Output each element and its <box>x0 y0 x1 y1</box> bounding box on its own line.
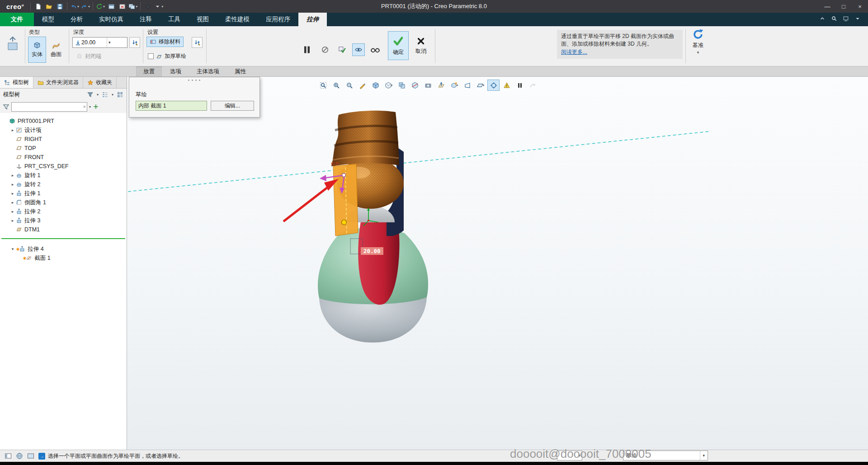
tree-item-right-plane[interactable]: RIGHT <box>0 135 127 144</box>
selection-count-box[interactable]: ▾ <box>557 451 582 460</box>
capture-button[interactable] <box>422 80 434 91</box>
graphics-viewport[interactable]: ▾▾▾ 20.00 截面 <box>127 77 868 450</box>
datum-display-button[interactable]: ▾ <box>474 80 486 91</box>
minimize-button[interactable]: — <box>819 0 835 13</box>
filter-funnel-icon[interactable] <box>87 91 94 98</box>
tree-item-front-plane[interactable]: FRONT <box>0 153 127 162</box>
chevron-down-icon[interactable]: ▾ <box>697 50 699 55</box>
chevron-down-icon[interactable]: ▾ <box>457 84 458 87</box>
object-select-button[interactable] <box>487 80 500 91</box>
ribbon-tab-extrude[interactable]: 拉伸 <box>298 13 327 26</box>
chevron-down-icon[interactable]: ▾ <box>103 5 105 9</box>
expand-arrow-icon[interactable]: ▸ <box>9 209 16 214</box>
chevron-down-icon[interactable]: ▾ <box>88 5 90 9</box>
creo-logo[interactable]: creoo <box>0 3 28 10</box>
maximize-button[interactable]: □ <box>835 0 852 13</box>
model-3d[interactable] <box>318 111 428 343</box>
more-options-button[interactable] <box>854 15 861 23</box>
expand-arrow-icon[interactable]: ▸ <box>9 173 16 178</box>
tree-search-input[interactable] <box>12 103 87 111</box>
windows-button[interactable]: ▾ <box>127 1 138 12</box>
fullscreen-toggle-button[interactable] <box>26 451 36 460</box>
ribbon-tab-applications[interactable]: 应用程序 <box>258 13 298 26</box>
checkbox-icon[interactable] <box>148 53 154 59</box>
customize-button[interactable]: ▾ <box>153 1 164 12</box>
insert-here-indicator[interactable] <box>1 238 125 239</box>
new-file-button[interactable] <box>33 1 43 12</box>
redo-button[interactable]: ▾ <box>80 1 91 12</box>
expand-arrow-icon[interactable]: ▸ <box>9 200 16 205</box>
zoom-in-button[interactable] <box>330 80 342 91</box>
display-style-button[interactable]: ▾ <box>382 80 395 91</box>
browser-toggle-button[interactable] <box>14 451 24 460</box>
tree-item-extrude-3[interactable]: ▸拉伸 3 <box>0 216 127 225</box>
flip-depth-direction-button[interactable] <box>129 37 140 48</box>
active-window-button[interactable] <box>106 1 117 12</box>
dashboard-tab-body-options[interactable]: 主体选项 <box>189 66 226 76</box>
transparency-button[interactable] <box>396 80 408 91</box>
expand-arrow-icon[interactable]: ▸ <box>9 191 16 196</box>
cancel-button[interactable]: 取消 <box>410 31 431 60</box>
clear-search-icon[interactable]: × <box>83 103 86 110</box>
ribbon-tab-file[interactable]: 文件 <box>0 13 34 26</box>
dimension-label[interactable]: 20.00 <box>361 247 383 255</box>
chevron-down-icon[interactable]: ▾ <box>89 105 91 109</box>
navigator-tab-folder-browser[interactable]: 文件夹浏览器 <box>33 77 83 88</box>
tree-columns-icon[interactable] <box>102 91 108 98</box>
annotation-display-button[interactable] <box>500 80 513 91</box>
regenerate-button[interactable]: ▾ <box>95 1 106 12</box>
sketch-vertex-handle[interactable] <box>342 220 347 225</box>
close-button[interactable]: × <box>852 0 868 13</box>
navigator-toggle-button[interactable] <box>3 451 13 460</box>
chevron-down-icon[interactable]: ▾ <box>391 84 393 87</box>
tree-item-extrude-2[interactable]: ▸拉伸 2 <box>0 207 127 216</box>
model-canvas[interactable] <box>127 77 868 450</box>
dashboard-tab-options[interactable]: 选项 <box>163 66 189 76</box>
ribbon-tab-view[interactable]: 视图 <box>189 13 217 26</box>
minimize-ribbon-button[interactable] <box>819 15 826 23</box>
record-button[interactable] <box>142 1 153 12</box>
tree-item-extrude-4[interactable]: ▾∗拉伸 4 <box>0 244 127 254</box>
chevron-down-icon[interactable]: ▾ <box>97 93 99 97</box>
ribbon-tab-tools[interactable]: 工具 <box>160 13 189 26</box>
navigator-tab-favorites[interactable]: 收藏夹 <box>83 77 117 88</box>
edit-sketch-button[interactable]: 编辑... <box>211 101 254 111</box>
resume-button[interactable] <box>527 80 539 91</box>
zoom-fit-button[interactable] <box>317 80 329 91</box>
thicken-sketch-checkbox[interactable]: 加厚草绘 <box>148 52 186 60</box>
expand-arrow-icon[interactable]: ▸ <box>9 218 16 223</box>
chevron-down-icon[interactable]: ▾ <box>77 5 79 9</box>
no-preview-button[interactable] <box>319 43 331 56</box>
remove-material-button[interactable]: 移除材料 <box>146 37 184 47</box>
command-search-button[interactable] <box>831 15 837 23</box>
dashboard-tab-placement[interactable]: 放置 <box>136 66 162 76</box>
datum-dropdown[interactable]: 基准 ▾ <box>688 28 708 55</box>
saved-orientations-button[interactable]: ▾ <box>448 80 460 91</box>
tree-item-design-items[interactable]: ▸设计项 <box>0 126 127 135</box>
sketch-reference-field[interactable]: 内部 截面 1 <box>136 101 207 111</box>
section-view-button[interactable] <box>409 80 421 91</box>
chevron-down-icon[interactable]: ▾ <box>483 84 485 87</box>
ok-button[interactable]: 确定 <box>388 31 409 60</box>
search-filter-icon[interactable] <box>3 103 9 110</box>
ribbon-tab-live-simulation[interactable]: 实时仿真 <box>91 13 132 26</box>
view-normal-button[interactable] <box>435 80 447 91</box>
zoom-out-button[interactable] <box>343 80 355 91</box>
undo-button[interactable]: ▾ <box>69 1 80 12</box>
tree-item-section-1[interactable]: ∗截面 1 <box>0 254 127 263</box>
tree-item-dtm1[interactable]: DTM1 <box>0 225 127 234</box>
read-more-link[interactable]: 阅读更多... <box>561 49 587 55</box>
navigator-tab-model-tree[interactable]: 模型树 <box>0 77 33 88</box>
save-button[interactable] <box>54 1 65 12</box>
dashboard-tab-properties[interactable]: 属性 <box>227 66 253 76</box>
tree-item-csys-def[interactable]: PRT_CSYS_DEF <box>0 162 127 171</box>
tree-settings-icon[interactable] <box>117 91 123 98</box>
chevron-down-icon[interactable]: ▾ <box>577 453 582 458</box>
chevron-down-icon[interactable]: ▾ <box>700 451 705 460</box>
chevron-down-icon[interactable]: ▾ <box>112 93 113 97</box>
depth-input[interactable] <box>81 39 107 46</box>
tree-item-top-plane[interactable]: TOP <box>0 144 127 153</box>
ribbon-tab-flexible-modeling[interactable]: 柔性建模 <box>217 13 258 26</box>
capped-ends-button[interactable]: 封闭端 <box>76 52 101 60</box>
tree-item-round-1[interactable]: ▸倒圆角 1 <box>0 198 127 207</box>
